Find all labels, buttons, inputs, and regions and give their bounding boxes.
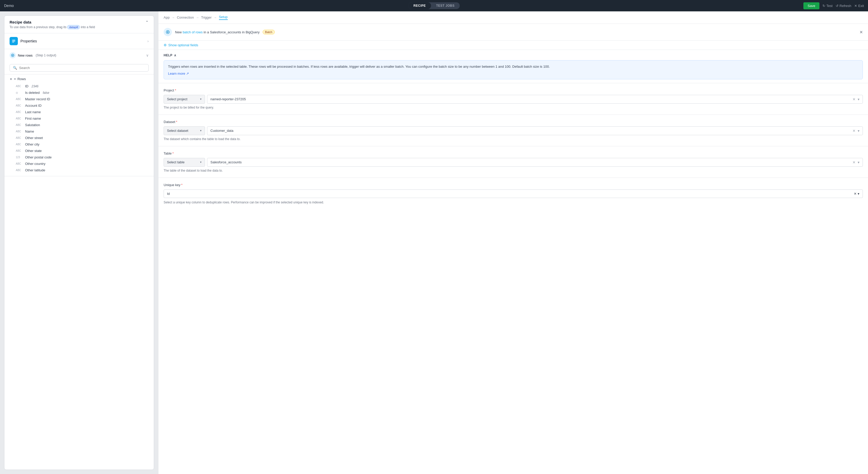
expand-dataset-button[interactable]: ▾	[858, 129, 860, 133]
search-input[interactable]	[19, 66, 145, 70]
recipe-data-title: Recipe data	[9, 20, 95, 24]
field-name-label: Account ID	[25, 104, 42, 107]
new-rows-header[interactable]: New rows (Step 1 output) ∨	[4, 49, 154, 62]
chevron-down-icon: ▾	[200, 97, 202, 101]
field-name-label: Other street	[25, 136, 43, 140]
chevron-down-table-icon: ▾	[200, 160, 202, 164]
field-item: ABCAccount ID	[9, 102, 149, 109]
dataset-dropdown[interactable]: Select dataset ▾	[164, 126, 205, 135]
table-dropdown[interactable]: Select table ▾	[164, 158, 205, 167]
fields-list: ABCID2346◎Is deletedfalseABCMaster recor…	[9, 83, 149, 173]
chevron-down-icon: ∨	[146, 53, 149, 57]
collapse-button[interactable]: ⌃	[145, 20, 149, 25]
clear-unique-key-button[interactable]: ✕	[854, 192, 857, 196]
unique-key-section: Unique key * Id ✕ ▾ Select a unique key …	[158, 178, 868, 210]
field-name-label: Is deleted	[25, 91, 39, 95]
rows-label: Rows	[17, 77, 26, 81]
dataset-form-row: Select dataset ▾ Customer_data ✕ ▾	[164, 126, 863, 135]
tree-chevron-icon: ▼	[9, 77, 12, 81]
trigger-header: New batch of rows in a Salesforce_accoun…	[158, 24, 868, 40]
field-item: ABCLast name	[9, 109, 149, 115]
project-dropdown[interactable]: Select project ▾	[164, 95, 205, 104]
close-button[interactable]: ✕	[860, 30, 863, 35]
left-panel: Recipe data To use data from a previous …	[4, 15, 154, 470]
chevron-up-icon: ∧	[174, 54, 177, 57]
clear-dataset-button[interactable]: ✕	[852, 129, 856, 133]
expand-project-button[interactable]: ▾	[858, 97, 860, 101]
table-label: Table *	[164, 152, 863, 155]
dataset-hint: The dataset which contains the table to …	[164, 137, 863, 141]
nav-arrow-3: →	[214, 16, 217, 20]
search-container: 🔍	[4, 62, 154, 74]
properties-row[interactable]: Properties ›	[4, 33, 154, 49]
dataset-value-input[interactable]: Customer_data ✕ ▾	[207, 126, 863, 135]
project-section: Project * Select project ▾ named-reporte…	[158, 83, 868, 115]
field-type-label: ABC	[16, 85, 23, 88]
field-item: ABCSalutation	[9, 122, 149, 128]
field-item: ABCOther street	[9, 135, 149, 141]
show-optional-fields-button[interactable]: ⚙ Show optional fields	[164, 43, 863, 47]
tab-switcher: RECIPE TEST JOBS	[408, 2, 460, 9]
tab-testjobs[interactable]: TEST JOBS	[431, 2, 460, 9]
batch-badge: Batch	[262, 30, 275, 34]
datapill-label: datapill	[67, 25, 80, 29]
dataset-label: Dataset *	[164, 120, 863, 124]
clear-project-button[interactable]: ✕	[852, 97, 856, 101]
field-type-label: ABC	[16, 117, 23, 120]
project-hint: The project to be billed for the query.	[164, 106, 863, 109]
field-name-label: Salutation	[25, 123, 40, 127]
field-item: ABCName	[9, 128, 149, 135]
nav-breadcrumb: App → Connection → Trigger → Setup	[158, 11, 868, 24]
nav-step-trigger[interactable]: Trigger	[201, 15, 212, 20]
nav-step-app[interactable]: App	[164, 15, 169, 20]
field-type-label: ABC	[16, 169, 23, 171]
svg-rect-2	[12, 42, 14, 42]
field-name-label: Other state	[25, 149, 42, 153]
field-name-label: Other latitude	[25, 168, 45, 172]
project-value-input[interactable]: named-reporter-237205 ✕ ▾	[207, 95, 863, 104]
table-value-input[interactable]: Salesforce_accounts ✕ ▾	[207, 158, 863, 167]
table-input-actions: ✕ ▾	[852, 160, 860, 164]
field-type-label: ABC	[16, 110, 23, 114]
test-button[interactable]: ↻ Test	[823, 4, 833, 8]
app-title: Demo	[4, 4, 14, 8]
settings-icon: ⚙	[164, 43, 167, 47]
rows-section: ▼ ≡ Rows ABCID2346◎Is deletedfalseABCMas…	[4, 74, 154, 176]
unique-key-actions: ✕ ▾	[854, 192, 860, 196]
required-star-unique-key: *	[181, 183, 183, 187]
svg-rect-1	[12, 41, 15, 41]
field-name-label: ID	[25, 84, 28, 88]
trigger-link[interactable]: batch of rows	[183, 30, 203, 34]
help-toggle[interactable]: HELP ∧	[164, 54, 863, 57]
help-section: HELP ∧ Triggers when rows are inserted i…	[158, 50, 868, 83]
rows-header[interactable]: ▼ ≡ Rows	[9, 77, 149, 81]
unique-key-input[interactable]: Id ✕ ▾	[164, 189, 863, 198]
field-item: ABCOther latitude	[9, 167, 149, 173]
field-item: ABCOther state	[9, 148, 149, 154]
field-item: 123Other postal code	[9, 154, 149, 160]
clear-table-button[interactable]: ✕	[852, 160, 856, 164]
required-star-dataset: *	[176, 120, 177, 124]
right-panel: App → Connection → Trigger → Setup New b…	[158, 11, 868, 474]
exit-button[interactable]: ✕ Exit	[854, 4, 864, 8]
new-rows-left: New rows (Step 1 output)	[9, 52, 56, 58]
expand-table-button[interactable]: ▾	[858, 160, 860, 164]
tab-recipe[interactable]: RECIPE	[408, 2, 431, 9]
table-form-row: Select table ▾ Salesforce_accounts ✕ ▾	[164, 158, 863, 167]
trigger-icon	[164, 28, 172, 36]
refresh-button[interactable]: ↺ Refresh	[836, 4, 851, 8]
save-button[interactable]: Save	[803, 2, 819, 9]
field-type-label: ABC	[16, 143, 23, 146]
nav-step-connection[interactable]: Connection	[177, 15, 194, 20]
unique-key-hint: Select a unique key column to deduplicat…	[164, 200, 863, 205]
field-value-label: false	[43, 91, 49, 95]
project-input-actions: ✕ ▾	[852, 97, 860, 101]
external-link-icon: ↗	[186, 72, 189, 75]
field-name-label: Other postal code	[25, 155, 52, 159]
nav-step-setup[interactable]: Setup	[219, 15, 228, 20]
expand-unique-key-button[interactable]: ▾	[858, 192, 860, 196]
field-name-label: Last name	[25, 110, 41, 114]
required-star: *	[175, 88, 176, 92]
field-name-label: Other city	[25, 143, 39, 146]
learn-more-link[interactable]: Learn more ↗	[168, 72, 859, 75]
